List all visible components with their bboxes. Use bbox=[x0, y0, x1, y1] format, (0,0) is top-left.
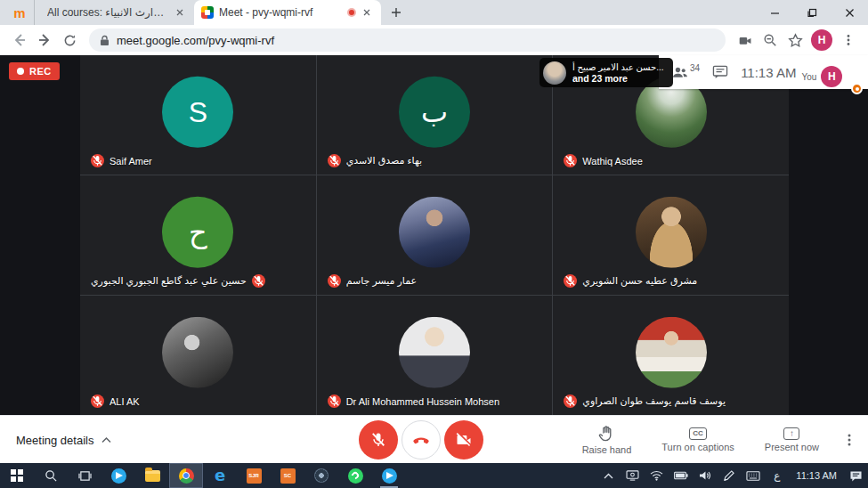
back-button[interactable] bbox=[7, 28, 32, 53]
participant-tile[interactable]: مشرق عطيه حسن الشويري bbox=[553, 175, 789, 295]
avatar: S bbox=[162, 77, 233, 148]
battery-icon[interactable] bbox=[669, 463, 693, 488]
chat-icon bbox=[712, 65, 728, 79]
taskbar-telegram2-icon[interactable] bbox=[372, 463, 406, 488]
tab-title: All courses: جامعة وارث الانبياء bbox=[47, 6, 167, 19]
speaker-avatar bbox=[543, 61, 566, 85]
maximize-button[interactable] bbox=[793, 0, 831, 25]
participant-tile[interactable]: ب بهاء مصدق الاسدي bbox=[317, 55, 553, 175]
tab-meet[interactable]: Meet - pvy-wqmi-rvf bbox=[194, 0, 381, 25]
close-window-button[interactable] bbox=[831, 0, 868, 25]
forward-button[interactable] bbox=[32, 28, 57, 53]
pinned-tab-moodle[interactable]: m bbox=[5, 0, 34, 25]
taskbar-telegram-icon[interactable] bbox=[101, 463, 135, 488]
taskbar-whatsapp-icon[interactable] bbox=[338, 463, 372, 488]
bookmark-star-icon[interactable] bbox=[783, 28, 807, 53]
pen-icon[interactable] bbox=[717, 463, 741, 488]
avatar: ب bbox=[399, 77, 470, 148]
taskbar-clock[interactable]: 11:13 AM bbox=[789, 470, 844, 481]
avatar-photo bbox=[162, 317, 233, 388]
taskbar-app-sjr-icon[interactable]: SJR bbox=[237, 463, 271, 488]
browser-profile-avatar[interactable]: H bbox=[811, 29, 832, 51]
taskbar-edge-icon[interactable]: e bbox=[203, 463, 237, 488]
rec-dot-icon bbox=[17, 68, 24, 75]
task-view-icon bbox=[78, 470, 92, 482]
captions-button[interactable]: CC Turn on captions bbox=[661, 427, 734, 452]
meet-bottom-bar: Meeting details Raise hand CC Turn on ca… bbox=[0, 415, 868, 463]
taskbar-recorder-icon[interactable] bbox=[304, 463, 338, 488]
lock-icon bbox=[100, 35, 110, 46]
close-icon[interactable] bbox=[173, 5, 187, 20]
screen: m All courses: جامعة وارث الانبياء Meet … bbox=[0, 0, 868, 488]
participant-count: 34 bbox=[690, 63, 700, 73]
camera-off-icon bbox=[455, 431, 473, 449]
mic-off-icon bbox=[328, 394, 341, 408]
active-speakers-pill[interactable]: حسن عبد الامير صبيح أ... and 23 more bbox=[539, 58, 673, 87]
participant-tile[interactable]: عمار ميسر جاسم bbox=[317, 175, 553, 295]
speaker-icon[interactable] bbox=[693, 463, 717, 488]
wifi-icon[interactable] bbox=[645, 463, 669, 488]
chevron-up-icon bbox=[101, 436, 111, 443]
participant-tile[interactable]: يوسف قاسم يوسف طوان الصراوي bbox=[553, 296, 789, 415]
touch-keyboard-icon[interactable] bbox=[741, 463, 765, 488]
self-view[interactable]: You H bbox=[801, 66, 842, 87]
window-controls bbox=[756, 0, 868, 25]
tab-all-courses[interactable]: All courses: جامعة وارث الانبياء bbox=[34, 0, 194, 25]
minimize-button[interactable] bbox=[756, 0, 793, 25]
mic-off-icon bbox=[369, 431, 387, 449]
raise-hand-button[interactable]: Raise hand bbox=[582, 425, 632, 455]
participant-tile[interactable]: S Saif Amer bbox=[80, 55, 316, 175]
tray-expand-icon[interactable] bbox=[596, 463, 621, 488]
url-text: meet.google.com/pvy-wqmi-rvf bbox=[117, 34, 274, 47]
close-icon[interactable] bbox=[360, 5, 374, 20]
browser-tab-strip: m All courses: جامعة وارث الانبياء Meet … bbox=[0, 0, 868, 25]
start-button[interactable] bbox=[0, 463, 34, 488]
mic-off-icon bbox=[91, 394, 104, 408]
browser-menu-icon[interactable] bbox=[836, 28, 861, 53]
participants-button[interactable]: 34 bbox=[671, 65, 700, 79]
participant-tile[interactable]: ح حسين علي عبد گاطع الجبوري الجبوري bbox=[80, 175, 316, 295]
mic-off-icon bbox=[564, 154, 577, 167]
chat-button[interactable] bbox=[712, 65, 728, 79]
language-indicator[interactable]: ع bbox=[765, 463, 789, 488]
avatar-photo bbox=[399, 317, 470, 388]
windows-logo-icon bbox=[11, 469, 23, 482]
avatar-initial: S bbox=[189, 95, 207, 128]
raise-hand-icon bbox=[598, 425, 614, 443]
participant-grid: S Saif Amer ب بهاء مصدق الاسدي bbox=[80, 55, 789, 415]
task-view-button[interactable] bbox=[68, 463, 101, 488]
mic-off-icon bbox=[328, 274, 341, 288]
reload-button[interactable] bbox=[57, 28, 82, 53]
participant-tile[interactable]: ALI AK bbox=[80, 296, 316, 415]
zoom-out-icon[interactable] bbox=[758, 28, 783, 53]
camera-off-button[interactable] bbox=[444, 420, 483, 460]
avatar-photo bbox=[636, 197, 707, 268]
file-explorer-icon[interactable] bbox=[135, 463, 169, 488]
action-center-icon[interactable] bbox=[844, 463, 868, 488]
mic-mute-button[interactable] bbox=[359, 420, 398, 460]
more-options-icon[interactable] bbox=[843, 433, 856, 447]
captions-icon: CC bbox=[689, 427, 707, 440]
new-tab-button[interactable] bbox=[385, 1, 408, 24]
taskbar-search-button[interactable] bbox=[34, 463, 68, 488]
taskbar-app-sc-icon[interactable]: SC bbox=[271, 463, 304, 488]
participant-name: Saif Amer bbox=[110, 156, 152, 167]
search-icon bbox=[45, 469, 58, 483]
meeting-details-button[interactable]: Meeting details bbox=[16, 433, 111, 446]
participant-name: يوسف قاسم يوسف طوان الصراوي bbox=[582, 395, 726, 407]
meet-stage: S Saif Amer ب بهاء مصدق الاسدي bbox=[0, 55, 868, 415]
address-bar[interactable]: meet.google.com/pvy-wqmi-rvf bbox=[89, 28, 726, 52]
mic-off-icon bbox=[328, 154, 341, 167]
avatar-initial: ح bbox=[189, 216, 207, 249]
tab-title: Meet - pvy-wqmi-rvf bbox=[219, 6, 342, 19]
cast-display-icon[interactable] bbox=[621, 463, 645, 488]
browser-toolbar: meet.google.com/pvy-wqmi-rvf H bbox=[0, 25, 868, 55]
hang-up-button[interactable] bbox=[402, 420, 441, 460]
speakers-more: and 23 more bbox=[572, 73, 628, 84]
participant-tile[interactable]: Dr Ali Mohammed Hussein Mohsen bbox=[317, 296, 553, 415]
avatar-photo bbox=[399, 197, 470, 268]
present-now-button[interactable]: ↑ Present now bbox=[765, 427, 819, 452]
taskbar-chrome-icon[interactable] bbox=[169, 463, 203, 488]
tab-media-camera-icon[interactable] bbox=[733, 28, 758, 53]
participant-name: حسين علي عبد گاطع الجبوري الجبوري bbox=[91, 275, 247, 287]
